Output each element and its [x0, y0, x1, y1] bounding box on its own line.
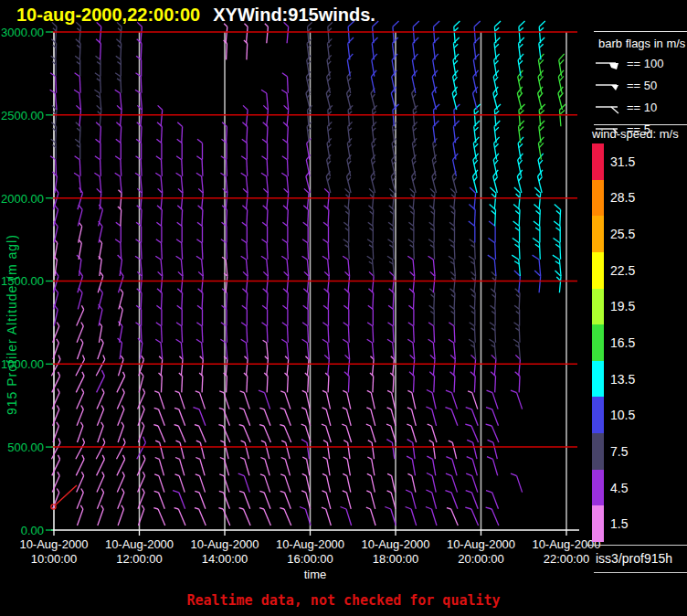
legend-divider-mid [594, 124, 687, 125]
colorbar-swatch [592, 143, 604, 180]
colorbar-swatch [592, 470, 604, 506]
barb-legend-label: == 100 [627, 57, 664, 70]
colorbar-value-label: 28.5 [610, 190, 635, 205]
y-tick-label: 1000.00 [0, 357, 44, 371]
x-tick-time: 18:00:00 [354, 552, 437, 566]
wind-profiler-window: 10-aug-2000,22:00:00 XYWind:915winds. 91… [0, 0, 687, 616]
colorbar-value-label: 19.5 [610, 299, 635, 313]
x-tick-date: 10-Aug-2000 [13, 537, 95, 551]
colorbar-swatch [592, 505, 604, 542]
colorbar-swatch [592, 180, 604, 217]
y-tick-label: 2500.00 [0, 109, 44, 122]
colorbar-swatch [592, 216, 604, 252]
colorbar-value-label: 31.5 [610, 154, 635, 169]
x-tick-date: 10-Aug-2000 [184, 537, 266, 551]
colorbar-swatch [592, 397, 604, 433]
barb-legend-title: barb flags in m/s [598, 37, 685, 50]
barb-legend-row-10: == 10 [594, 101, 657, 114]
y-tick-label: 2000.00 [0, 192, 44, 206]
realtime-warning: Realtime data, not checked for quality [0, 592, 687, 609]
pennant-large-icon [594, 57, 621, 70]
colorbar-value-label: 16.5 [610, 335, 635, 350]
station-divider-top [587, 545, 687, 546]
y-tick-label: 3000.00 [0, 26, 44, 39]
colorbar-value-label: 22.5 [610, 263, 635, 278]
x-tick-date: 10-Aug-2000 [440, 537, 523, 551]
x-tick-time: 10:00:00 [13, 552, 95, 566]
y-tick-label: 0.00 [0, 524, 44, 537]
x-tick-date: 10-Aug-2000 [354, 537, 437, 551]
colorbar-value-label: 1.5 [610, 516, 628, 531]
legend-panel: barb flags in m/s == 100 == 50 == 10 [583, 0, 687, 616]
pennant-icon [594, 79, 621, 92]
barb-legend-row-100: == 100 [594, 57, 664, 70]
y-tick-label: 500.00 [0, 441, 44, 454]
barb-legend-label: == 50 [627, 79, 657, 92]
x-tick-date: 10-Aug-2000 [99, 537, 181, 551]
colorbar-swatch [592, 324, 604, 361]
colorbar-value-label: 10.5 [610, 408, 635, 422]
x-tick-time: 20:00:00 [440, 552, 523, 566]
colorbar-swatch [592, 252, 604, 289]
colorbar-value-label: 13.5 [610, 372, 635, 387]
x-tick-date: 10-Aug-2000 [270, 537, 352, 551]
x-tick-time: 16:00:00 [270, 552, 352, 566]
station-divider-bottom [594, 572, 687, 573]
colorbar-title: wind-speed: m/s [592, 127, 679, 141]
x-tick-time: 12:00:00 [99, 552, 181, 566]
x-tick-time: 14:00:00 [184, 552, 266, 566]
barb-legend-label: == 10 [627, 101, 657, 114]
colorbar-swatch [592, 433, 604, 470]
colorbar-value-label: 4.5 [610, 481, 628, 495]
colorbar-swatch [592, 361, 604, 398]
station-id: iss3/prof915h [596, 551, 672, 566]
y-tick-label: 1500.00 [0, 274, 44, 288]
full-barb-icon [594, 101, 621, 114]
colorbar-value-label: 7.5 [610, 444, 628, 459]
barb-legend-row-50: == 50 [594, 79, 657, 92]
legend-divider-top [594, 31, 687, 32]
colorbar-swatch [592, 289, 604, 325]
colorbar-value-label: 25.5 [610, 227, 635, 241]
